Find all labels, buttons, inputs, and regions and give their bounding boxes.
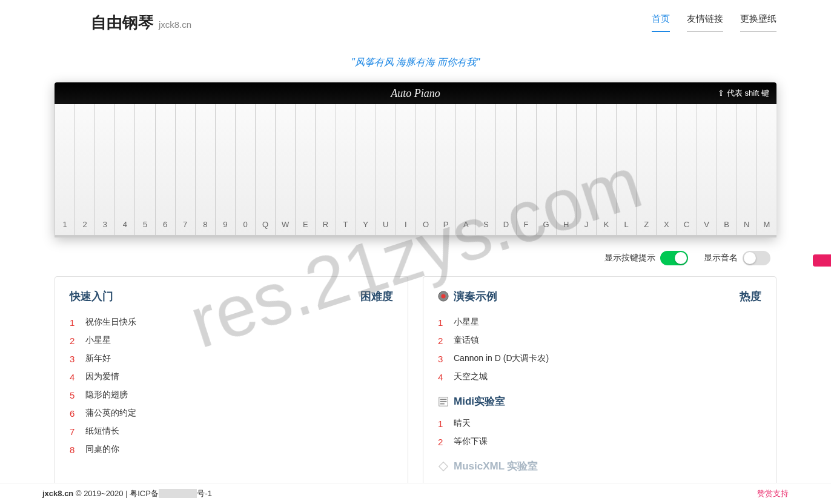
white-key-I[interactable]: I xyxy=(396,104,416,237)
footer-text: jxck8.cn © 2019~2020 | 粤ICP备 号-1 xyxy=(42,488,212,499)
panel-examples: 演奏示例 热度 1小星星2童话镇3Cannon in D (D大调卡农)4天空之… xyxy=(423,276,776,492)
white-key-1[interactable]: 1 xyxy=(55,104,74,237)
donate-link[interactable]: 赞赏支持 xyxy=(757,488,789,499)
nav-item-0[interactable]: 首页 xyxy=(652,13,670,32)
switch-key-hint[interactable] xyxy=(660,251,688,265)
song-item[interactable]: 2童话镇 xyxy=(438,331,761,350)
song-item[interactable]: 4因为爱情 xyxy=(70,368,393,386)
switch-note-name[interactable] xyxy=(743,251,770,265)
white-key-3[interactable]: 3 xyxy=(94,104,114,237)
white-key-V[interactable]: V xyxy=(697,104,717,237)
song-item[interactable]: 6蒲公英的约定 xyxy=(70,404,393,422)
midi-icon xyxy=(438,396,449,407)
white-key-C[interactable]: C xyxy=(676,104,696,237)
midi-section-title: Midi实验室 xyxy=(454,394,505,408)
white-key-W[interactable]: W xyxy=(275,104,295,237)
song-item[interactable]: 4天空之城 xyxy=(438,368,761,386)
song-item[interactable]: 1祝你生日快乐 xyxy=(70,313,393,331)
white-key-G[interactable]: G xyxy=(536,104,556,237)
side-tab-songlist[interactable]: 歌曲列表 xyxy=(813,254,831,267)
record-icon xyxy=(438,291,449,302)
white-key-4[interactable]: 4 xyxy=(114,104,134,237)
white-key-9[interactable]: 9 xyxy=(215,104,235,237)
main-nav: 首页友情链接更换壁纸 xyxy=(652,13,776,32)
white-key-T[interactable]: T xyxy=(336,104,356,237)
white-key-N[interactable]: N xyxy=(737,104,757,237)
logo-subdomain: jxck8.cn xyxy=(159,19,191,30)
tagline: "风筝有风 海豚有海 而你有我" xyxy=(0,56,831,69)
white-key-5[interactable]: 5 xyxy=(134,104,154,237)
white-key-6[interactable]: 6 xyxy=(155,104,175,237)
panel-examples-title: 演奏示例 xyxy=(454,289,497,303)
song-item[interactable]: 1晴天 xyxy=(438,414,761,433)
song-item[interactable]: 2小星星 xyxy=(70,331,393,350)
toggle-key-hint: 显示按键提示 xyxy=(604,251,688,265)
panel-examples-col: 热度 xyxy=(740,289,761,303)
white-key-M[interactable]: M xyxy=(757,104,776,237)
song-item[interactable]: 8同桌的你 xyxy=(70,440,393,459)
white-key-7[interactable]: 7 xyxy=(175,104,195,237)
svg-rect-3 xyxy=(440,399,447,400)
white-key-8[interactable]: 8 xyxy=(195,104,215,237)
white-key-0[interactable]: 0 xyxy=(235,104,255,237)
song-item[interactable]: 5隐形的翅膀 xyxy=(70,386,393,404)
piano-brand: Auto Piano xyxy=(391,87,440,100)
white-key-L[interactable]: L xyxy=(616,104,636,237)
white-key-K[interactable]: K xyxy=(596,104,616,237)
shift-hint: ⇧ 代表 shift 键 xyxy=(718,88,769,99)
white-key-Y[interactable]: Y xyxy=(356,104,376,237)
white-key-B[interactable]: B xyxy=(717,104,737,237)
white-key-F[interactable]: F xyxy=(516,104,536,237)
white-key-2[interactable]: 2 xyxy=(74,104,94,237)
svg-rect-5 xyxy=(440,403,445,404)
toggle-key-hint-label: 显示按键提示 xyxy=(604,253,655,264)
song-item[interactable]: 1小星星 xyxy=(438,313,761,331)
song-item[interactable]: 3Cannon in D (D大调卡农) xyxy=(438,350,761,368)
panel-quickstart: 快速入门 困难度 1祝你生日快乐2小星星3新年好4因为爱情5隐形的翅膀6蒲公英的… xyxy=(55,276,408,492)
toggle-note-name: 显示音名 xyxy=(704,251,770,265)
white-key-R[interactable]: R xyxy=(315,104,335,237)
panel-quickstart-col: 困难度 xyxy=(360,289,393,303)
white-key-Q[interactable]: Q xyxy=(255,104,275,237)
toggle-note-name-label: 显示音名 xyxy=(704,253,738,264)
white-key-H[interactable]: H xyxy=(556,104,576,237)
logo-text: 自由钢琴 xyxy=(91,12,154,33)
white-key-P[interactable]: P xyxy=(435,104,455,237)
logo: 自由钢琴 jxck8.cn xyxy=(91,12,191,33)
svg-point-1 xyxy=(441,294,445,298)
white-key-D[interactable]: D xyxy=(495,104,515,237)
white-key-Z[interactable]: Z xyxy=(636,104,656,237)
svg-rect-4 xyxy=(440,401,447,402)
white-key-J[interactable]: J xyxy=(576,104,596,237)
white-key-S[interactable]: S xyxy=(475,104,495,237)
nav-item-1[interactable]: 友情链接 xyxy=(687,13,723,32)
song-item[interactable]: 7纸短情长 xyxy=(70,422,393,440)
white-key-O[interactable]: O xyxy=(416,104,435,237)
nav-item-2[interactable]: 更换壁纸 xyxy=(740,13,776,32)
white-key-E[interactable]: E xyxy=(295,104,315,237)
song-item[interactable]: 3新年好 xyxy=(70,350,393,368)
white-key-A[interactable]: A xyxy=(455,104,475,237)
xml-section-title: MusicXML 实验室 xyxy=(454,459,538,473)
white-key-U[interactable]: U xyxy=(376,104,396,237)
panel-quickstart-title: 快速入门 xyxy=(70,289,113,303)
xml-icon xyxy=(438,461,449,472)
white-key-X[interactable]: X xyxy=(656,104,676,237)
piano-keys: ⇧+1⇧+2⇧+4⇧+5⇧+6⇧+8⇧+9⇧+Q⇧+W⇧+E⇧+T⇧+Y⇧+I⇧… xyxy=(55,104,776,237)
piano: Auto Piano ⇧ 代表 shift 键 ⇧+1⇧+2⇧+4⇧+5⇧+6⇧… xyxy=(55,82,776,237)
song-item[interactable]: 2等你下课 xyxy=(438,433,761,451)
